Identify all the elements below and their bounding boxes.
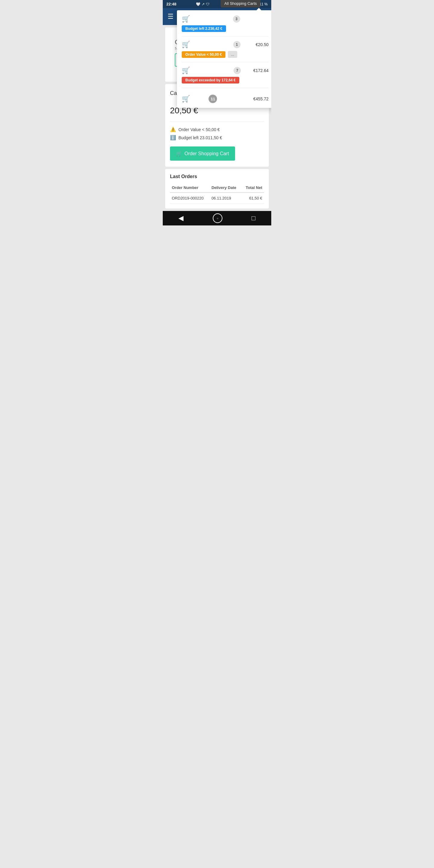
battery-percent: 11 % <box>259 2 268 6</box>
total-wrap: 🛒 Total 11 <box>182 95 217 103</box>
total-count: 11 <box>209 95 217 103</box>
recent-apps-button[interactable]: □ <box>249 212 258 224</box>
vendor-c-status-pill: Budget exceeded by 172,64 € <box>182 77 239 84</box>
vendor-c-price: €172.64 <box>253 68 269 73</box>
vendor-b-name: ~VENDOR B <box>192 41 231 49</box>
vendor-b-header: 🛒 ~VENDOR B 1 €20.50 <box>182 41 269 49</box>
cart-btn-icon: 🛒 <box>176 151 182 156</box>
table-row: ORD2019-000220 06.11.2019 61,50 € <box>170 193 264 204</box>
order-shopping-cart-button[interactable]: 🛒 Order Shopping Cart <box>170 147 235 161</box>
vendor-c-header: 🛒 ~VENDOR C 7 €172.64 <box>182 67 269 74</box>
vendor-b-name-wrap: 🛒 ~VENDOR B 1 <box>182 41 241 49</box>
col-order-number: Order Number <box>170 183 210 193</box>
vendor-b-status-pill: Order Value < 50,00 € <box>182 51 225 58</box>
table-header-row: Order Number Delivery Date Total Net <box>170 183 264 193</box>
vendor-b-more-button[interactable]: ... <box>228 51 237 58</box>
budget-info: ℹ️ Budget left 23.011,50 € <box>170 135 264 141</box>
warning-icon: ⚠️ <box>170 127 176 132</box>
status-time: 22:48 <box>166 2 176 6</box>
all-carts-tooltip: All Shopping Carts <box>221 0 260 7</box>
top-nav: ☰ allinvos 🏠 🔔 8 🛒 3 All Shopping Carts <box>163 8 271 25</box>
last-orders-card: Last Orders Order Number Delivery Date T… <box>165 169 269 209</box>
vendor-b-count: 1 <box>233 41 241 48</box>
vendor-a-header: 🛒 ~VENDOR A 3 <box>182 15 269 23</box>
dropdown-arrow <box>256 8 261 10</box>
cart-info-list: ⚠️ Order Value < 50,00 € ℹ️ Budget left … <box>170 121 264 141</box>
status-icons: 🤍 ↗ 🛡 <box>196 2 210 6</box>
total-label: Total <box>192 95 206 103</box>
cart-dropdown-panel: 🛒 ~VENDOR A 3 Budget left 2.236,42 € 🛒 <box>177 10 271 108</box>
nav-icon: ↗ <box>202 2 205 6</box>
bottom-nav-bar: ◀ ○ □ <box>163 211 271 225</box>
last-orders-title: Last Orders <box>170 174 264 179</box>
home-button[interactable]: ○ <box>213 213 222 223</box>
nav-icons: 🏠 🔔 8 🛒 3 All Shopping Carts 🛒 <box>215 10 269 23</box>
vendor-a-name-wrap: 🛒 ~VENDOR A 3 <box>182 15 240 23</box>
vendor-c-name: ~VENDOR C <box>192 67 231 74</box>
vendor-c-name-wrap: 🛒 ~VENDOR C 7 <box>182 67 241 74</box>
shield-icon: 🛡 <box>206 2 210 6</box>
total-cart-icon: 🛒 <box>182 95 190 103</box>
vendor-row-c: 🛒 ~VENDOR C 7 €172.64 Budget exceeded by… <box>182 67 269 88</box>
total-net-cell: 61,50 € <box>241 193 264 204</box>
vendor-a-count: 3 <box>233 16 240 23</box>
vendor-b-price: €20.50 <box>255 42 269 47</box>
col-delivery-date: Delivery Date <box>210 183 242 193</box>
cart-total-row: 🛒 Total 11 €455.72 <box>182 92 269 103</box>
order-value-text: Order Value < 50,00 € <box>179 127 220 132</box>
info-icon: ℹ️ <box>170 135 176 141</box>
heart-icon: 🤍 <box>196 2 200 6</box>
vendor-a-pill-row: Budget left 2.236,42 € <box>182 25 269 32</box>
back-button[interactable]: ◀ <box>176 212 186 224</box>
table-head: Order Number Delivery Date Total Net <box>170 183 264 193</box>
delivery-date-cell: 06.11.2019 <box>210 193 242 204</box>
vendor-a-name: ~VENDOR A <box>192 15 230 23</box>
vendor-row-b: 🛒 ~VENDOR B 1 €20.50 Order Value < 50,00… <box>182 41 269 62</box>
total-price: €455.72 <box>253 96 269 101</box>
vendor-c-cart-icon: 🛒 <box>182 67 190 74</box>
vendor-a-cart-icon: 🛒 <box>182 15 190 23</box>
vendor-a-status-pill: Budget left 2.236,42 € <box>182 25 226 32</box>
vendor-c-count: 7 <box>234 67 241 74</box>
vendor-c-pill-row: Budget exceeded by 172,64 € <box>182 77 269 84</box>
vendor-b-pill-row: Order Value < 50,00 € ... <box>182 51 269 58</box>
col-total-net: Total Net <box>241 183 264 193</box>
order-value-warning: ⚠️ Order Value < 50,00 € <box>170 127 264 132</box>
cart-button[interactable]: 🛒 3 All Shopping Carts 🛒 ~VENDOR A 3 <box>243 10 257 23</box>
vendor-row-a: 🛒 ~VENDOR A 3 Budget left 2.236,42 € <box>182 15 269 36</box>
vendor-b-cart-icon: 🛒 <box>182 41 190 49</box>
table-body: ORD2019-000220 06.11.2019 61,50 € <box>170 193 264 204</box>
order-btn-label: Order Shopping Cart <box>184 151 229 156</box>
hamburger-icon[interactable]: ☰ <box>165 10 176 23</box>
budget-text: Budget left 23.011,50 € <box>179 135 222 140</box>
order-number-cell: ORD2019-000220 <box>170 193 210 204</box>
last-orders-table: Order Number Delivery Date Total Net ORD… <box>170 183 264 204</box>
